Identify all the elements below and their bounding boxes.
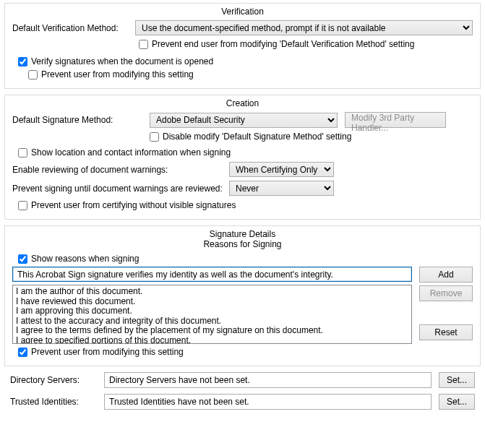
select-default-signature-method[interactable]: Adobe Default Security bbox=[150, 113, 338, 128]
select-enable-review-warnings[interactable]: When Certifying Only bbox=[229, 162, 334, 177]
label-prevent-modify-verify-on-open: Prevent user from modifying this setting bbox=[41, 69, 194, 79]
group-signature-details-title: Signature Details bbox=[12, 229, 473, 239]
checkbox-disable-modify-sig-method[interactable] bbox=[150, 132, 159, 142]
group-verification: Verification Default Verification Method… bbox=[4, 3, 481, 89]
button-set-trusted-identities[interactable]: Set... bbox=[439, 394, 475, 410]
group-creation: Creation Default Signature Method: Adobe… bbox=[4, 95, 481, 220]
select-default-verification-method[interactable]: Use the document-specified method, promp… bbox=[135, 20, 473, 35]
checkbox-prevent-modify-reasons[interactable] bbox=[18, 348, 27, 357]
label-verify-on-open: Verify signatures when the document is o… bbox=[31, 56, 213, 66]
button-remove-reason[interactable]: Remove bbox=[419, 285, 473, 301]
label-prevent-certify-no-visible: Prevent user from certifying without vis… bbox=[31, 200, 236, 210]
select-prevent-signing-until-reviewed[interactable]: Never bbox=[229, 181, 334, 196]
field-directory-servers: Directory Servers have not been set. bbox=[104, 372, 432, 388]
button-reset-reasons[interactable]: Reset bbox=[419, 324, 473, 340]
label-prevent-modify-reasons: Prevent user from modifying this setting bbox=[31, 347, 184, 357]
list-item[interactable]: I attest to the accuracy and integrity o… bbox=[16, 316, 408, 327]
label-default-verification-method: Default Verification Method: bbox=[12, 23, 135, 33]
label-show-reasons: Show reasons when signing bbox=[31, 254, 139, 264]
group-verification-title: Verification bbox=[12, 7, 473, 17]
label-disable-modify-sig-method: Disable modify 'Default Signature Method… bbox=[163, 132, 351, 142]
checkbox-prevent-modify-verify-on-open[interactable] bbox=[28, 70, 38, 79]
button-modify-3rd-party-handler[interactable]: Modify 3rd Party Handler... bbox=[345, 112, 446, 128]
list-item[interactable]: I agree to the terms defined by the plac… bbox=[16, 326, 408, 336]
label-default-signature-method: Default Signature Method: bbox=[12, 115, 142, 125]
button-set-directory-servers[interactable]: Set... bbox=[439, 372, 475, 388]
group-signature-details: Signature Details Reasons for Signing Sh… bbox=[4, 225, 481, 366]
label-directory-servers: Directory Servers: bbox=[10, 375, 97, 385]
input-new-reason[interactable] bbox=[12, 267, 412, 282]
list-item[interactable]: I am the author of this document. bbox=[16, 287, 408, 297]
group-reasons-title: Reasons for Signing bbox=[12, 239, 473, 249]
label-trusted-identities: Trusted Identities: bbox=[10, 397, 97, 407]
checkbox-prevent-modify-verification-method[interactable] bbox=[139, 40, 148, 49]
label-prevent-modify-verification-method: Prevent end user from modifying 'Default… bbox=[152, 39, 414, 49]
label-enable-review-warnings: Enable reviewing of document warnings: bbox=[12, 165, 229, 175]
list-item[interactable]: I am approving this document. bbox=[16, 306, 408, 316]
list-item[interactable]: I agree to specified portions of this do… bbox=[16, 336, 408, 345]
checkbox-show-location-contact[interactable] bbox=[18, 148, 27, 158]
checkbox-prevent-certify-no-visible[interactable] bbox=[18, 201, 27, 210]
checkbox-verify-on-open[interactable] bbox=[18, 57, 27, 66]
group-creation-title: Creation bbox=[12, 98, 473, 108]
checkbox-show-reasons[interactable] bbox=[18, 254, 27, 264]
label-prevent-signing-until-reviewed: Prevent signing until document warnings … bbox=[12, 184, 229, 194]
field-trusted-identities: Trusted Identities have not been set. bbox=[104, 394, 432, 410]
list-item[interactable]: I have reviewed this document. bbox=[16, 297, 408, 307]
button-add-reason[interactable]: Add bbox=[419, 267, 473, 283]
listbox-reasons[interactable]: I am the author of this document. I have… bbox=[12, 285, 412, 344]
label-show-location-contact: Show location and contact information wh… bbox=[31, 147, 231, 158]
